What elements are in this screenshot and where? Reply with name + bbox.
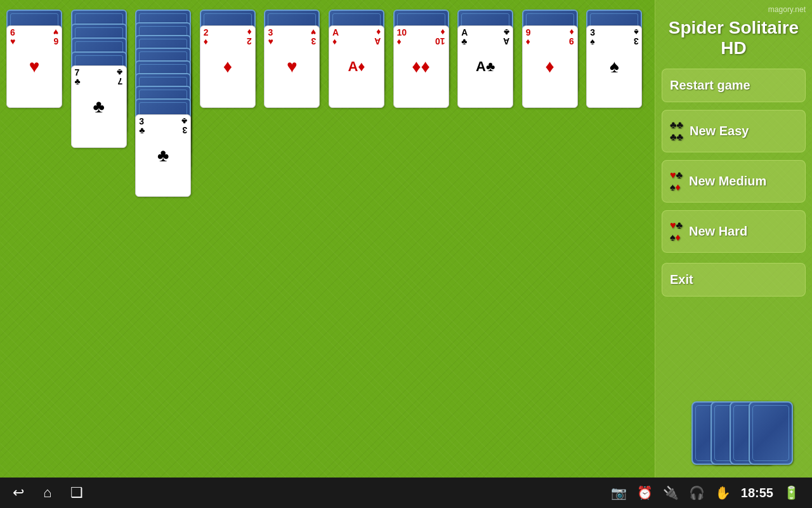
hand-icon: ✋ <box>715 485 731 500</box>
column-1: 7♣ 7♣ ♣ <box>71 10 132 213</box>
column-2: 3♣ 3♣ ♣ <box>135 10 196 327</box>
column-9: 3♠ 3♠ ♠ <box>586 10 647 156</box>
status-bar-right: 📷 ⏰ 🔌 🎧 ✋ 18:55 🔋 <box>611 485 799 500</box>
card[interactable]: 2♦ 2♦ ♦ <box>200 25 256 108</box>
battery-icon: 🔋 <box>783 485 799 500</box>
game-title: Spider Solitaire HD <box>662 18 806 58</box>
new-easy-button[interactable]: ♣♣ ♣♣ New Easy <box>662 110 806 152</box>
site-name: magory.net <box>662 5 806 14</box>
card[interactable]: 7♣ 7♣ ♣ <box>71 65 127 148</box>
column-4: 3♥ 3♥ ♥ <box>264 10 325 156</box>
exit-button[interactable]: Exit <box>662 263 806 297</box>
column-0: 6♥ 6♥ ♥ <box>6 10 67 149</box>
home-button[interactable]: ⌂ <box>43 485 51 501</box>
headphone-icon: 🎧 <box>689 485 705 500</box>
bottom-bar: ↩ ⌂ ❑ 📷 ⏰ 🔌 🎧 ✋ 18:55 🔋 <box>0 478 812 508</box>
card[interactable]: 3♥ 3♥ ♥ <box>264 25 320 108</box>
medium-icon: ♥♣ ♠♦ <box>670 170 683 193</box>
card[interactable]: 9♦ 9♦ ♦ <box>522 25 578 108</box>
restart-button[interactable]: Restart game <box>662 69 806 102</box>
column-6: 10♦ 10♦ ♦♦ <box>393 10 454 156</box>
back-button[interactable]: ↩ <box>13 485 24 501</box>
alarm-icon: ⏰ <box>637 485 653 500</box>
exit-label: Exit <box>670 272 693 287</box>
column-7: A♣ A♣ A♣ <box>457 10 518 156</box>
card[interactable]: 6♥ 6♥ ♥ <box>6 25 62 108</box>
plugin-icon: 🔌 <box>663 485 679 500</box>
column-3: 2♦ 2♦ ♦ <box>200 10 261 156</box>
card[interactable]: A♦ A♦ A♦ <box>329 25 384 108</box>
time-display: 18:55 <box>741 486 773 500</box>
new-medium-button[interactable]: ♥♣ ♠♦ New Medium <box>662 160 806 203</box>
deck-card-4 <box>749 401 793 465</box>
column-5: A♦ A♦ A♦ <box>329 10 390 156</box>
card[interactable]: 3♣ 3♣ ♣ <box>135 114 191 197</box>
columns: 6♥ 6♥ ♥ 7♣ 7♣ ♣ <box>6 6 647 327</box>
card[interactable]: 10♦ 10♦ ♦♦ <box>393 25 449 108</box>
screenshot-icon: 📷 <box>611 485 627 500</box>
new-hard-label: New Hard <box>689 224 747 239</box>
new-easy-label: New Easy <box>690 124 749 138</box>
card[interactable]: A♣ A♣ A♣ <box>457 25 513 108</box>
card[interactable]: 3♠ 3♠ ♠ <box>586 25 642 108</box>
easy-icon: ♣♣ ♣♣ <box>670 119 683 143</box>
new-medium-label: New Medium <box>689 174 766 189</box>
deck-area[interactable] <box>691 401 793 471</box>
hard-icon: ♥♣ ♠♦ <box>670 220 683 243</box>
recent-apps-button[interactable]: ❑ <box>70 485 83 501</box>
column-8: 9♦ 9♦ ♦ <box>522 10 583 156</box>
new-hard-button[interactable]: ♥♣ ♠♦ New Hard <box>662 210 806 253</box>
game-area: 6♥ 6♥ ♥ 7♣ 7♣ ♣ <box>0 0 653 483</box>
restart-label: Restart game <box>670 78 750 93</box>
